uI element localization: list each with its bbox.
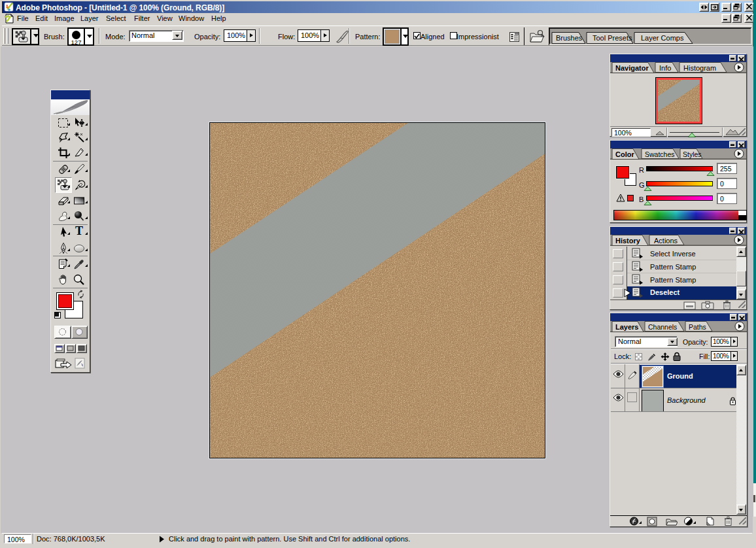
svg-text:Actions: Actions <box>654 237 678 245</box>
svg-text:Color: Color <box>615 150 634 158</box>
svg-text:Tool Presets: Tool Presets <box>593 34 632 42</box>
svg-text:Paths: Paths <box>689 323 706 331</box>
svg-text:Brushes: Brushes <box>556 34 583 42</box>
svg-text:Histogram: Histogram <box>683 64 716 72</box>
svg-text:Swatches: Swatches <box>645 150 675 158</box>
svg-text:Styles: Styles <box>683 150 702 158</box>
svg-text:Layers: Layers <box>615 323 638 331</box>
svg-text:History: History <box>615 237 641 245</box>
svg-text:Navigator: Navigator <box>615 64 649 72</box>
svg-text:Layer Comps: Layer Comps <box>641 34 684 42</box>
svg-text:Channels: Channels <box>648 323 677 331</box>
svg-text:Info: Info <box>659 64 671 72</box>
